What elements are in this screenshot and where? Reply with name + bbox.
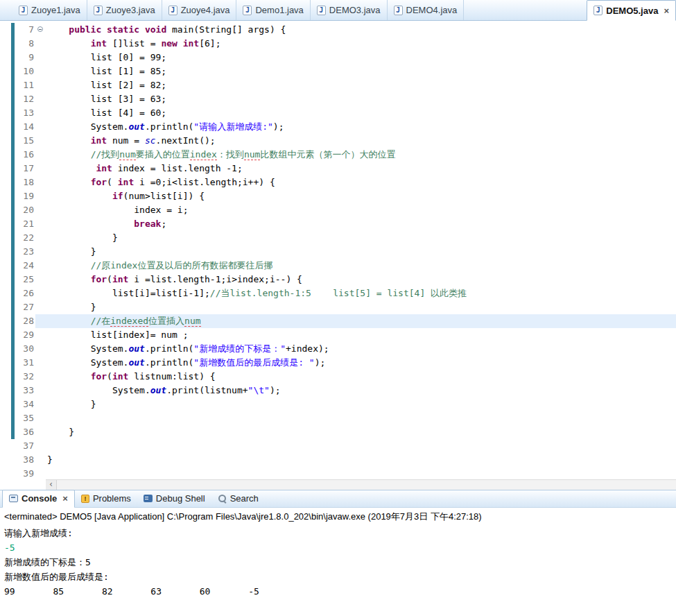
tab-close-icon[interactable]: × xyxy=(664,6,669,15)
code-line[interactable]: 19 if(num>list[i]) { xyxy=(0,189,676,203)
fold-column[interactable] xyxy=(35,176,46,189)
annotation-ruler xyxy=(0,342,11,356)
code-text: int index = list.length -1; xyxy=(46,162,676,176)
fold-column[interactable] xyxy=(35,189,46,203)
code-line[interactable]: 35 xyxy=(0,411,676,425)
fold-column[interactable] xyxy=(35,356,46,370)
code-line[interactable]: 16 //找到num要插入的位置index：找到num比数组中元素（第一个）大的… xyxy=(0,148,676,162)
fold-column[interactable] xyxy=(35,425,46,439)
code-text: int num = sc.nextInt(); xyxy=(46,134,676,148)
annotation-ruler xyxy=(0,162,11,176)
code-editor[interactable]: 7 public static void main(String[] args)… xyxy=(0,21,676,490)
scrollbar-track[interactable] xyxy=(57,480,676,490)
code-line[interactable]: 17 int index = list.length -1; xyxy=(0,162,676,176)
scroll-left-arrow-icon[interactable]: ‹ xyxy=(46,480,57,490)
console-tab[interactable]: Debug Shell xyxy=(137,490,211,507)
code-line[interactable]: 24 //原index位置及以后的所有数据都要往后挪 xyxy=(0,259,676,273)
annotation-ruler xyxy=(0,92,11,106)
fold-column[interactable] xyxy=(35,231,46,245)
fold-column[interactable] xyxy=(35,65,46,78)
editor-tab[interactable]: J Demo1.java xyxy=(236,0,310,20)
code-line[interactable]: 9 list [0] = 99; xyxy=(0,51,676,65)
console-output[interactable]: 请输入新增成绩:-5新增成绩的下标是：5新增数值后的最后成绩是: 99 85 8… xyxy=(0,524,676,600)
code-line[interactable]: 30 System.out.println("新增成绩的下标是："+index)… xyxy=(0,342,676,356)
code-text: System.out.println("新增成绩的下标是："+index); xyxy=(46,342,676,356)
fold-column[interactable] xyxy=(35,467,46,481)
code-line[interactable]: 27 } xyxy=(0,300,676,314)
fold-column[interactable] xyxy=(35,245,46,259)
code-line[interactable]: 36 } xyxy=(0,425,676,439)
fold-column[interactable] xyxy=(35,273,46,286)
fold-column[interactable] xyxy=(35,106,46,120)
console-tab[interactable]: Console × xyxy=(2,490,75,508)
code-line[interactable]: 33 System.out.print(listnum+"\t"); xyxy=(0,384,676,397)
line-number: 19 xyxy=(15,189,35,203)
fold-column[interactable] xyxy=(35,300,46,314)
fold-column[interactable] xyxy=(35,51,46,65)
fold-column[interactable] xyxy=(35,37,46,51)
code-line[interactable]: 26 list[i]=list[i-1];//当list.length-1:5 … xyxy=(0,286,676,300)
fold-column[interactable] xyxy=(35,370,46,384)
fold-column[interactable] xyxy=(35,120,46,134)
code-line[interactable]: 21 break; xyxy=(0,217,676,231)
code-line[interactable]: 8 int []list = new int[6]; xyxy=(0,37,676,51)
code-line[interactable]: 14 System.out.println("请输入新增成绩:"); xyxy=(0,120,676,134)
editor-tab[interactable]: J Zuoye3.java xyxy=(87,0,162,20)
tab-close-icon[interactable]: × xyxy=(62,494,68,503)
fold-column[interactable] xyxy=(35,397,46,411)
fold-column[interactable] xyxy=(35,384,46,397)
fold-column[interactable] xyxy=(35,162,46,176)
code-line[interactable]: 18 for( int i =0;i<list.length;i++) { xyxy=(0,176,676,189)
fold-collapse-icon[interactable] xyxy=(37,26,43,32)
console-tab[interactable]: Search xyxy=(211,490,265,507)
line-number: 39 xyxy=(15,467,35,481)
code-line[interactable]: 11 list [2] = 82; xyxy=(0,78,676,92)
code-line[interactable]: 22 } xyxy=(0,231,676,245)
code-line[interactable]: 12 list [3] = 63; xyxy=(0,92,676,106)
code-line[interactable]: 15 int num = sc.nextInt(); xyxy=(0,134,676,148)
code-line[interactable]: 38 } xyxy=(0,453,676,467)
fold-column[interactable] xyxy=(35,314,46,328)
fold-column[interactable] xyxy=(35,92,46,106)
editor-tab[interactable]: J Zuoye4.java xyxy=(162,0,237,20)
fold-column[interactable] xyxy=(35,148,46,162)
fold-column[interactable] xyxy=(35,259,46,273)
code-line[interactable]: 7 public static void main(String[] args)… xyxy=(0,23,676,37)
editor-horizontal-scrollbar[interactable]: ‹ xyxy=(46,479,676,490)
code-line[interactable]: 10 list [1] = 85; xyxy=(0,65,676,78)
fold-column[interactable] xyxy=(35,342,46,356)
fold-column[interactable] xyxy=(35,23,46,37)
code-line[interactable]: 25 for(int i =list.length-1;i>index;i--)… xyxy=(0,273,676,286)
editor-tab[interactable]: J DEMO4.java xyxy=(388,0,465,20)
tab-label: Zuoye4.java xyxy=(181,5,230,15)
console-tab-bar: Console × Problems Debug Shell Search xyxy=(0,490,676,508)
code-text: break; xyxy=(46,217,676,231)
line-number: 15 xyxy=(15,134,35,148)
fold-column[interactable] xyxy=(35,439,46,453)
code-line[interactable]: 39 xyxy=(0,467,676,481)
fold-column[interactable] xyxy=(35,286,46,300)
code-line[interactable]: 31 System.out.println("新增数值后的最后成绩是: "); xyxy=(0,356,676,370)
fold-column[interactable] xyxy=(35,453,46,467)
fold-column[interactable] xyxy=(35,203,46,217)
fold-column[interactable] xyxy=(35,134,46,148)
code-text: //原index位置及以后的所有数据都要往后挪 xyxy=(46,259,676,273)
line-number: 8 xyxy=(15,37,35,51)
code-line[interactable]: 13 list [4] = 60; xyxy=(0,106,676,120)
editor-tab[interactable]: J Zuoye1.java xyxy=(12,0,87,20)
code-line[interactable]: 23 } xyxy=(0,245,676,259)
fold-column[interactable] xyxy=(35,78,46,92)
code-line[interactable]: 37 xyxy=(0,439,676,453)
fold-column[interactable] xyxy=(35,217,46,231)
code-line[interactable]: 34 } xyxy=(0,397,676,411)
editor-tab[interactable]: J DEMO3.java xyxy=(311,0,388,20)
console-tab[interactable]: Problems xyxy=(75,490,137,507)
code-line[interactable]: 32 for(int listnum:list) { xyxy=(0,370,676,384)
code-line[interactable]: 20 index = i; xyxy=(0,203,676,217)
code-line[interactable]: 28 //在indexed位置插入num xyxy=(0,314,676,328)
editor-tab[interactable]: J DEMO5.java × xyxy=(587,0,676,21)
code-area[interactable]: 7 public static void main(String[] args)… xyxy=(0,21,676,481)
code-line[interactable]: 29 list[index]= num ; xyxy=(0,328,676,342)
fold-column[interactable] xyxy=(35,328,46,342)
fold-column[interactable] xyxy=(35,411,46,425)
